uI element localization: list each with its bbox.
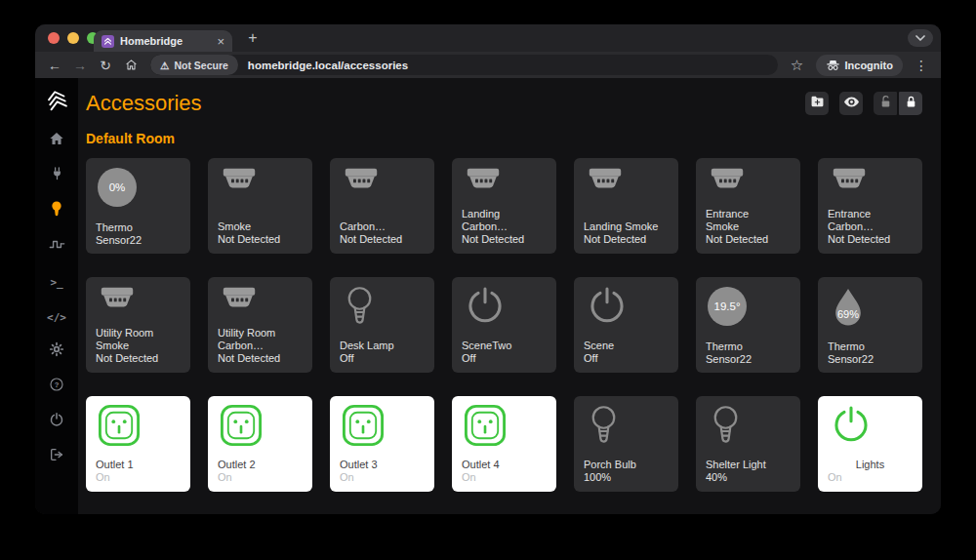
accessory-tile-entrance-smoke[interactable]: Entrance SmokeNot Detected [696, 158, 800, 254]
accessory-tile-carbon[interactable]: Carbon…Not Detected [330, 158, 434, 254]
smoke-icon [220, 179, 259, 195]
lock-button[interactable] [899, 92, 922, 115]
home-button[interactable] [119, 55, 142, 76]
accessory-status: Off [340, 352, 425, 365]
smoke-icon [220, 298, 259, 314]
accessory-status: Not Detected [218, 233, 303, 246]
sidebar-item-logout[interactable] [35, 439, 78, 474]
accessory-status: Off [584, 352, 669, 365]
header-buttons [805, 92, 922, 115]
accessory-tile-thermo-sensor22[interactable]: 69% Thermo Sensor22 [818, 277, 922, 373]
accessory-name: Thermo Sensor22 [706, 340, 791, 365]
accessory-tile-utilityroom-carbon[interactable]: Utility Room Carbon…Not Detected [208, 277, 312, 373]
sidebar-item-plug[interactable] [35, 158, 78, 193]
eye-button[interactable] [839, 92, 863, 115]
folder-add-button[interactable] [805, 92, 829, 115]
sensor-value: 0% [109, 181, 126, 193]
tab-close-icon[interactable]: × [217, 35, 224, 48]
homebridge-logo[interactable] [35, 78, 78, 123]
sidebar-item-settings[interactable] [35, 334, 78, 369]
accessory-status: Not Detected [96, 352, 181, 365]
accessory-tile-scenetwo[interactable]: SceneTwoOff [452, 277, 556, 373]
accessory-name: Scene [584, 340, 669, 352]
accessory-name: Utility Room Smoke [96, 327, 181, 351]
layout-lock-toggle [874, 92, 922, 115]
accessory-tile-thermo-sensor22[interactable]: 19.5° Thermo Sensor22 [696, 277, 800, 373]
sidebar-item-help[interactable]: ? [35, 369, 78, 404]
accessory-text: Thermo Sensor22 [706, 340, 791, 365]
accessory-text: LightsOn [828, 459, 913, 485]
minimize-window-button[interactable] [67, 32, 79, 44]
accessory-status: 100% [584, 471, 669, 484]
homebridge-favicon [102, 35, 114, 48]
sidebar-item-power[interactable] [35, 404, 78, 439]
accessory-text: Carbon…Not Detected [340, 220, 425, 247]
accessory-tile-porchbulb[interactable]: Porch Bulb100% [574, 396, 678, 492]
page-header: Accessories [86, 91, 922, 116]
incognito-label: Incognito [845, 60, 894, 71]
unlock-button[interactable] [874, 92, 897, 115]
accessory-tile-entrance-carbon[interactable]: Entrance Carbon…Not Detected [818, 158, 922, 254]
accessory-status: On [462, 471, 547, 484]
code-icon: </> [47, 307, 66, 325]
accessory-name: Thermo Sensor22 [828, 340, 913, 365]
bookmark-star-icon[interactable]: ☆ [786, 55, 809, 76]
accessory-name: Entrance Smoke [706, 208, 791, 232]
page-title: Accessories [86, 91, 202, 116]
reload-button[interactable]: ↻ [94, 55, 117, 76]
accessory-text: Shelter Light40% [706, 459, 791, 485]
accessory-tile-outlet4[interactable]: Outlet 4On [452, 396, 556, 492]
accessory-tile-landing-carbon[interactable]: Landing Carbon…Not Detected [452, 158, 556, 254]
accessory-name: Smoke [218, 220, 303, 233]
close-window-button[interactable] [48, 32, 60, 44]
outlet-icon [220, 433, 263, 450]
accessory-tile-outlet1[interactable]: Outlet 1On [86, 396, 190, 492]
accessory-tile-utilityroom-smoke[interactable]: Utility Room SmokeNot Detected [86, 277, 190, 373]
accessory-name: Lights [828, 459, 913, 471]
outlet-icon [464, 433, 507, 450]
sidebar-item-home[interactable] [35, 123, 78, 158]
homebridge-page: >_</>? Accessories Default Room 0% Therm… [35, 78, 941, 514]
sidebar-item-terminal[interactable]: >_ [35, 263, 78, 299]
accessory-name: Outlet 3 [340, 459, 425, 471]
accessory-name: Carbon… [340, 220, 425, 233]
accessory-text: Landing SmokeNot Detected [584, 220, 669, 247]
accessory-text: Outlet 4On [462, 459, 547, 485]
browser-menu-icon[interactable]: ⋮ [910, 55, 933, 76]
sensor-value: 69% [830, 308, 867, 320]
accessory-text: Entrance Carbon…Not Detected [828, 208, 913, 246]
accessory-status: Not Detected [462, 233, 547, 246]
accessory-tile-landingsmoke[interactable]: Landing SmokeNot Detected [574, 158, 678, 254]
accessory-text: Entrance SmokeNot Detected [706, 208, 791, 246]
url-text: homebridge.local/accessories [248, 60, 408, 71]
accessory-tile-desklamp[interactable]: Desk LampOff [330, 277, 434, 373]
tab-search-chevron-icon[interactable] [908, 29, 933, 47]
outlet-icon [342, 433, 385, 450]
accessory-text: Thermo Sensor22 [828, 340, 913, 365]
accessory-text: SceneTwoOff [462, 340, 547, 366]
accessory-text: Porch Bulb100% [584, 459, 669, 485]
sidebar-item-code[interactable]: </> [35, 299, 78, 334]
not-secure-badge[interactable]: ⚠ Not Secure [150, 55, 238, 75]
accessory-tile-thermo-sensor22[interactable]: 0% Thermo Sensor22 [86, 158, 190, 254]
sidebar-item-activity[interactable] [35, 228, 78, 263]
browser-tab[interactable]: Homebridge × [94, 30, 232, 52]
accessory-status: On [828, 471, 913, 484]
bulb-icon [342, 313, 378, 330]
incognito-badge: Incognito [816, 55, 904, 76]
smoke-icon [708, 179, 747, 195]
accessory-tile-lights[interactable]: LightsOn [818, 396, 922, 492]
accessory-tile-outlet2[interactable]: Outlet 2On [208, 396, 312, 492]
warning-icon: ⚠ [160, 60, 169, 71]
address-bar[interactable]: ⚠ Not Secure homebridge.local/accessorie… [150, 55, 778, 75]
accessory-name: Desk Lamp [340, 340, 425, 352]
back-button[interactable]: ← [43, 55, 66, 76]
accessory-tile-scene[interactable]: SceneOff [574, 277, 678, 373]
accessory-tile-shelterlight[interactable]: Shelter Light40% [696, 396, 800, 492]
accessory-text: Outlet 2On [218, 459, 303, 485]
forward-button[interactable]: → [68, 55, 92, 76]
accessory-tile-outlet3[interactable]: Outlet 3On [330, 396, 434, 492]
sidebar-item-lightbulb[interactable] [35, 193, 78, 228]
new-tab-button[interactable]: + [242, 27, 264, 49]
accessory-tile-smoke[interactable]: SmokeNot Detected [208, 158, 312, 254]
